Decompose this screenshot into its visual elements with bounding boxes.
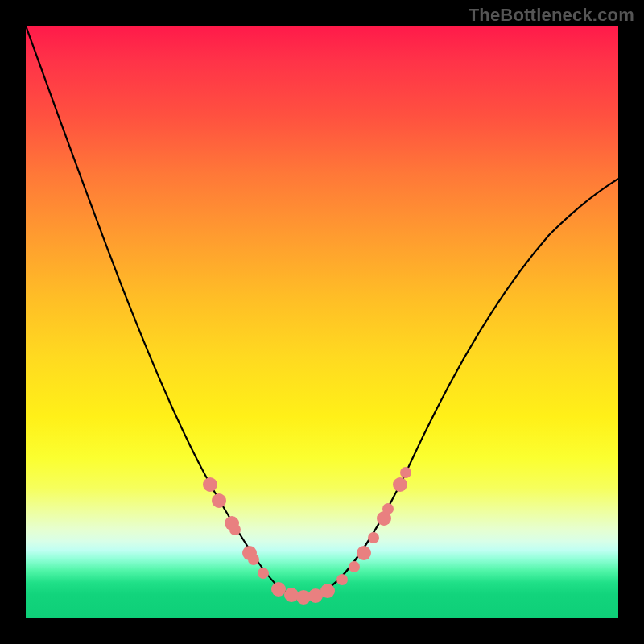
- highlight-dot: [320, 584, 335, 598]
- highlight-dot: [271, 582, 286, 597]
- highlight-dot: [258, 568, 269, 579]
- highlight-dot: [203, 477, 217, 492]
- bottleneck-curve: [26, 26, 618, 596]
- highlight-dot: [336, 574, 348, 585]
- highlight-dot: [229, 524, 241, 535]
- plot-area: [26, 26, 618, 618]
- highlight-dot: [284, 588, 299, 602]
- highlight-dot: [368, 532, 379, 543]
- highlight-dot: [393, 477, 407, 492]
- watermark-text: TheBottleneck.com: [469, 5, 634, 26]
- highlight-dot: [212, 493, 226, 508]
- chart-svg: [26, 26, 618, 618]
- highlight-dot: [400, 467, 411, 478]
- highlight-dot: [382, 503, 394, 514]
- highlight-dots-group: [203, 467, 411, 605]
- highlight-dot: [248, 554, 259, 565]
- highlight-dot: [357, 546, 371, 560]
- highlight-dot: [349, 561, 360, 572]
